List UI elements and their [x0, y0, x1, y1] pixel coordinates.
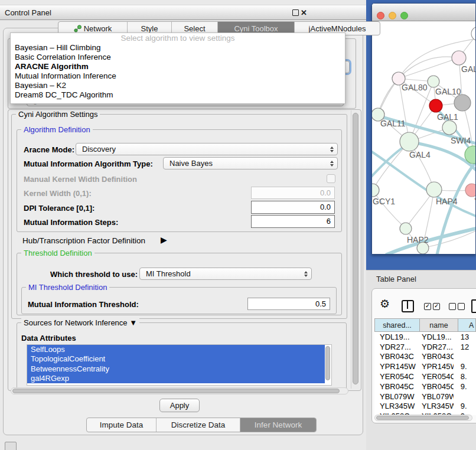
table-cell: YDL19...	[417, 332, 454, 341]
attribute-item[interactable]: TopologicalCoefficient	[27, 354, 325, 364]
tab-impute-data[interactable]: Impute Data	[87, 418, 157, 432]
hide-columns-icon[interactable]	[449, 303, 465, 310]
cyni-bottom-tabbar: Impute Data Discretize Data Infer Networ…	[86, 418, 317, 432]
table-cell: 8.	[454, 372, 476, 381]
network-node-gal[interactable]	[452, 51, 466, 65]
dpi-tolerance-field[interactable]: 0.0	[251, 201, 335, 214]
mi-algorithm-type-combo[interactable]: Naive Bayes	[163, 157, 338, 169]
table-row[interactable]: YDR27...YDR27...12	[374, 342, 476, 352]
network-window-titlebar[interactable]	[372, 4, 475, 21]
kernel-width-field[interactable]: 0.0	[251, 187, 335, 199]
hub-expand-arrow-icon[interactable]: ▶	[161, 235, 167, 244]
tab-label: Network	[84, 24, 112, 33]
mi-algorithm-type-value: Naive Bayes	[169, 159, 213, 168]
table-cell: YDL19...	[374, 332, 417, 341]
aracne-mode-combo[interactable]: Discovery	[76, 143, 338, 155]
network-node-label: GAL4	[409, 150, 431, 159]
network-node-label: GAL80	[402, 83, 428, 92]
network-node-gal4[interactable]	[400, 132, 419, 151]
algorithm-option[interactable]: Bayesian – Hill Climbing	[11, 43, 345, 53]
group-title: Sources for Network Inference ▼	[21, 318, 139, 327]
settings-vertical-scrollbar[interactable]	[351, 110, 360, 389]
column-header-shared-name[interactable]: shared...	[374, 318, 420, 332]
attribute-item[interactable]: BetweennessCentrality	[27, 364, 325, 374]
tab-infer-network[interactable]: Infer Network	[240, 418, 316, 432]
dock-panel-icon[interactable]	[5, 442, 17, 450]
network-canvas[interactable]: GALGAL80GAL10GAL1SWI4GAL11GAL4GCY1HAP4YH…	[372, 21, 476, 255]
list-scrollbar-thumb[interactable]	[325, 346, 330, 380]
table-cell: YLR345W	[374, 402, 417, 410]
table-row[interactable]: YLR345WYLR345W9.	[374, 402, 476, 412]
mi-steps-field[interactable]: 6	[251, 215, 335, 228]
table-body: YDL19...YDL19...13YDR27...YDR27...12YBR0…	[374, 332, 476, 415]
show-columns-icon[interactable]: ✓✓	[424, 303, 440, 310]
settings-horizontal-scrollbar[interactable]	[11, 387, 348, 394]
group-title: Algorithm Definition	[21, 125, 93, 134]
attribute-item[interactable]: gal4RGexp	[27, 374, 325, 383]
table-cell: YBL079W	[417, 392, 454, 401]
hub-definition-label[interactable]: Hub/Transcription Factor Definition	[22, 236, 145, 245]
network-node-hap4[interactable]	[426, 182, 442, 197]
algorithm-option[interactable]: Dream8 DC_TDC Algorithm	[11, 90, 345, 100]
scrollbar-thumb[interactable]	[12, 389, 340, 393]
network-node[interactable]	[471, 27, 476, 41]
data-attributes-label: Data Attributes	[21, 334, 76, 343]
network-node-label: GAL1	[437, 112, 458, 122]
table-row[interactable]: YBR045CYBR045C9.	[374, 381, 476, 392]
which-threshold-combo[interactable]: MI Threshold	[139, 268, 312, 280]
tab-discretize-data[interactable]: Discretize Data	[157, 418, 240, 432]
network-node-gal10[interactable]	[428, 76, 439, 87]
table-row[interactable]: YDL19...YDL19...13	[374, 332, 476, 342]
which-threshold-label: Which threshold to use:	[50, 270, 138, 279]
algorithm-dropdown-placeholder: Select algorithm to view settings	[11, 33, 345, 43]
mi-threshold-label: Mutual Information Threshold:	[28, 300, 139, 309]
table-horizontal-scrollbar[interactable]	[374, 415, 472, 421]
kernel-width-value: 0.0	[320, 188, 331, 197]
column-header-name[interactable]: name	[419, 318, 458, 332]
attribute-item[interactable]: SelfLoops	[27, 345, 325, 354]
network-node-label: GAL11	[380, 119, 406, 128]
table-row[interactable]: YPR145WYPR145W9.	[374, 361, 476, 371]
table-row[interactable]: YBR043CYBR043C	[374, 352, 476, 362]
network-node[interactable]	[454, 94, 471, 111]
table-cell: YBR045C	[374, 382, 417, 391]
table-cell: YDR27...	[374, 343, 417, 351]
network-node-hap2[interactable]	[400, 223, 412, 234]
gear-icon[interactable]: ⚙	[380, 298, 390, 311]
column-header-partial[interactable]: A	[458, 318, 476, 332]
window-close-button[interactable]	[377, 12, 384, 19]
float-panel-icon[interactable]	[292, 9, 299, 16]
network-node-gcy1[interactable]	[372, 184, 379, 197]
tab-label: Impute Data	[100, 420, 144, 429]
mi-threshold-field[interactable]: 0.5	[247, 298, 330, 310]
network-node-y[interactable]	[465, 184, 476, 197]
manual-kernel-checkbox[interactable]	[327, 174, 335, 183]
which-threshold-value: MI Threshold	[146, 269, 191, 278]
apply-button[interactable]: Apply	[159, 399, 200, 412]
table-cell: 9.	[454, 362, 476, 371]
tab-label: Cyni Toolbox	[234, 24, 278, 33]
algorithm-option-highlighted[interactable]: ARACNE Algorithm	[11, 62, 345, 71]
close-panel-icon[interactable]: ✕	[301, 9, 307, 17]
window-minimize-button[interactable]	[389, 12, 396, 19]
function-builder-icon[interactable]	[471, 299, 476, 313]
window-zoom-button[interactable]	[400, 12, 408, 19]
scrollbar-thumb[interactable]	[353, 113, 358, 384]
table-row[interactable]: YBL079WYBL079W	[374, 392, 476, 402]
table-cell: YBR043C	[374, 352, 417, 361]
algorithm-option[interactable]: Bayesian – K2	[11, 81, 345, 90]
data-attributes-list[interactable]: SelfLoops TopologicalCoefficient Between…	[27, 344, 332, 386]
algorithm-option[interactable]: Mutual Information Inference	[11, 71, 345, 81]
table-panel-title: Table Panel	[376, 275, 416, 283]
scrollbar-thumb[interactable]	[376, 416, 469, 420]
algorithm-option[interactable]: Basic Correlation Inference	[11, 53, 345, 62]
split-pane-icon[interactable]	[402, 300, 414, 312]
kernel-width-label: Kernel Width (0,1):	[24, 189, 92, 198]
tab-label: jActiveMNodules	[309, 24, 366, 33]
network-node-gal1[interactable]	[429, 99, 442, 112]
network-view-window: GALGAL80GAL10GAL1SWI4GAL11GAL4GCY1HAP4YH…	[371, 3, 476, 255]
sources-collapse-arrow-icon[interactable]: ▼	[129, 318, 137, 327]
network-node-swi4[interactable]	[442, 120, 457, 135]
group-title: Threshold Definition	[21, 249, 94, 257]
table-row[interactable]: YER054CYER054C8.	[374, 371, 476, 381]
